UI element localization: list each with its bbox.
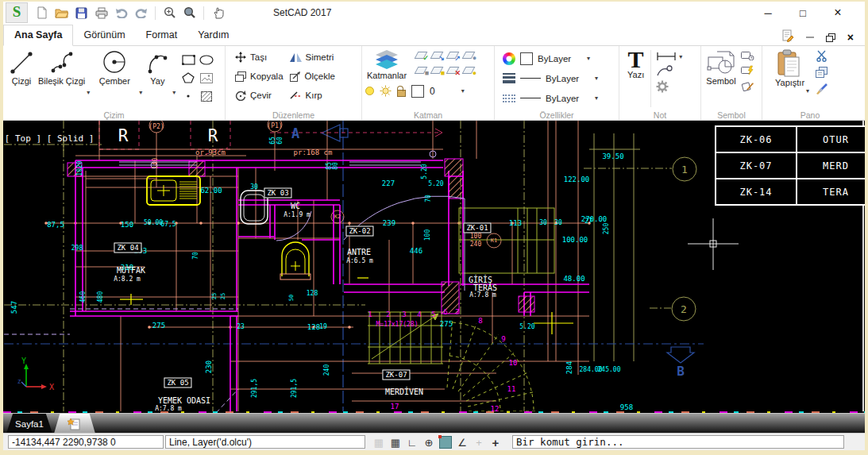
image-icon[interactable] [199, 70, 214, 86]
copy-button[interactable]: Kopyala [235, 67, 284, 85]
layer-lock-toggle-icon[interactable] [397, 90, 406, 97]
gear-icon[interactable] [656, 80, 669, 93]
sheet-tab-sayfa1[interactable]: Sayfa1 [6, 414, 52, 434]
arc-dropdown[interactable]: ▾ [172, 89, 176, 96]
linetype-icon [503, 94, 515, 102]
arc-button[interactable]: Yay [142, 48, 172, 109]
redo-icon[interactable] [132, 4, 150, 21]
hatch-icon[interactable] [199, 88, 214, 104]
point-icon[interactable] [180, 88, 196, 104]
pan-icon[interactable] [209, 4, 227, 21]
group-label-ozellikler: Özellikler [495, 110, 619, 120]
mdi-minimize-button[interactable] [806, 37, 814, 38]
layer-dropdown[interactable]: ▾ [461, 87, 465, 94]
linetype-control[interactable]: ByLayer ▾ [503, 88, 615, 108]
dimension-icon[interactable] [656, 52, 677, 61]
cut-scissors-icon[interactable] [816, 50, 828, 62]
paste-dropdown[interactable]: ▾ [806, 87, 809, 94]
crosshair-toggle[interactable]: + [488, 435, 503, 449]
lineweight-control[interactable]: ByLayer ▾ [503, 68, 615, 88]
layer-freeze-sun-icon[interactable] [380, 85, 392, 97]
grid-dots-toggle[interactable]: ▦ [372, 435, 386, 449]
attribute-edit-icon[interactable] [741, 80, 754, 91]
mdi-restore-button[interactable] [826, 33, 835, 42]
zoom-in-icon[interactable] [160, 4, 179, 21]
zoom-window-icon[interactable] [180, 4, 199, 21]
osnap-toggle[interactable]: ⊕ [422, 435, 436, 449]
bubble-p1 [268, 121, 282, 132]
minimize-button[interactable]: ─ [750, 7, 785, 19]
title-bar: S [3, 2, 865, 24]
room-name: MERD [797, 153, 865, 178]
room-table-row: ZK-14TERA [716, 179, 865, 204]
symbol-button[interactable]: Sembol [704, 48, 738, 109]
tab-gorunum[interactable]: Görünüm [73, 25, 135, 45]
linetype-value: ByLayer [546, 94, 590, 103]
block-edit-icon[interactable] [741, 65, 754, 75]
axis-bubble-1 [673, 157, 696, 181]
paste-button[interactable]: Yapıştır [773, 48, 806, 109]
red-dashed-lines [99, 121, 442, 156]
rectangle-icon[interactable] [180, 52, 196, 67]
close-button[interactable]: × [820, 6, 855, 20]
layer-lock-icon[interactable]: ■ [415, 65, 428, 75]
tab-yardim[interactable]: Yardım [187, 25, 239, 45]
group-duzenleme: Taşı Kopyala Çevir Simetri Ölç [226, 46, 362, 120]
scale-button[interactable]: Ölçekle [290, 67, 335, 85]
tab-ana-sayfa[interactable]: Ana Sayfa [3, 25, 73, 46]
linetype-sample [520, 98, 541, 98]
color-control[interactable]: ByLayer ▾ [503, 48, 615, 68]
polyline-button[interactable]: Bileşik Çizgi [37, 48, 87, 109]
mdi-close-button[interactable]: × [847, 33, 854, 41]
save-icon[interactable] [72, 4, 91, 21]
new-sheet-tab[interactable] [54, 414, 95, 434]
layer-delete-icon[interactable]: ✕ [446, 65, 460, 75]
dimension-dropdown[interactable]: ▾ [679, 53, 682, 60]
command-input[interactable]: Bir komut girin... [512, 435, 844, 449]
document-edit-icon[interactable] [781, 29, 794, 45]
polygon-icon[interactable] [180, 70, 196, 86]
layer-visibility-bulb-icon[interactable] [365, 87, 374, 95]
undo-icon[interactable] [112, 4, 130, 21]
new-file-icon[interactable] [33, 4, 51, 21]
mirror-button[interactable]: Simetri [290, 48, 335, 66]
angle-toggle[interactable]: ∠ [455, 435, 469, 449]
ellipse-icon[interactable] [199, 52, 214, 67]
leader-icon[interactable] [656, 64, 673, 77]
layer-on-icon[interactable]: ✓ [415, 50, 428, 60]
group-pano: Yapıştır ▾ Pano [762, 46, 858, 120]
layer-color-swatch[interactable] [411, 85, 424, 98]
sheet-tab-bar: Sayfa1 [3, 413, 865, 433]
linetype-dropdown[interactable]: ▾ [595, 94, 598, 102]
layer-unlock-icon[interactable]: ■ [430, 65, 444, 75]
drawing-canvas[interactable]: ZK-06OTURZK-07MERDZK-14TERA [3, 121, 865, 413]
snap-toggle[interactable]: + [472, 435, 486, 449]
setcad-window: S [0, 0, 868, 455]
layers-button[interactable]: Katmanlar [365, 48, 408, 82]
copy-clipboard-icon[interactable] [816, 67, 828, 78]
maximize-button[interactable]: □ [785, 7, 820, 19]
layer-bulb-icon[interactable]: ● [462, 50, 476, 60]
open-file-icon[interactable] [52, 4, 71, 21]
block-insert-icon[interactable] [741, 50, 754, 60]
rotate-button[interactable]: Çevir [235, 87, 284, 104]
app-logo[interactable]: S [6, 2, 28, 23]
selection-toggle[interactable] [438, 435, 453, 449]
move-button[interactable]: Taşı [235, 48, 284, 66]
color-dropdown[interactable]: ▾ [587, 55, 590, 62]
grid-toggle[interactable]: ▦ [388, 435, 403, 449]
print-icon[interactable] [92, 4, 110, 21]
line-button[interactable]: Çizgi [6, 48, 37, 109]
format-painter-brush-icon[interactable] [816, 83, 829, 94]
tab-format[interactable]: Format [136, 25, 188, 45]
layer-make-current-icon[interactable]: ↘ [430, 50, 444, 60]
trim-button[interactable]: Kırp [290, 87, 335, 104]
layer-isolate-icon[interactable]: ● [462, 65, 476, 75]
layer-move-icon[interactable]: ↗ [446, 50, 460, 60]
group-label-pano: Pano [762, 110, 858, 120]
current-color-swatch [520, 52, 533, 65]
lineweight-dropdown[interactable]: ▾ [595, 75, 598, 82]
ortho-toggle[interactable]: ∟ [405, 435, 419, 449]
circle-button[interactable]: Çember [90, 48, 139, 109]
text-button[interactable]: T Yazı [626, 48, 646, 109]
